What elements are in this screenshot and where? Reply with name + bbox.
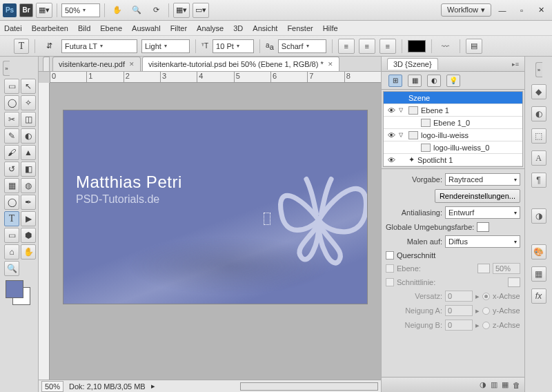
tree-row-ebene1-0[interactable]: Ebene 1_0 [384, 117, 522, 129]
font-family-select[interactable]: Futura LT [61, 39, 137, 53]
foreground-color-swatch[interactable] [6, 280, 23, 298]
magic-wand-tool-icon[interactable]: ✧ [21, 95, 36, 110]
layers-panel-icon[interactable]: ◆ [531, 84, 546, 99]
slice-tool-icon[interactable]: ◫ [21, 112, 36, 127]
eyedropper-tool-icon[interactable]: ✎ [4, 128, 19, 144]
menu-hilfe[interactable]: Hilfe [323, 24, 338, 32]
delete-icon[interactable]: 🗑 [513, 381, 520, 389]
menu-bild[interactable]: Bild [78, 24, 90, 32]
menu-datei[interactable]: Datei [4, 24, 22, 32]
workspace-switcher[interactable]: Workflow▾ [441, 3, 491, 17]
scene-filter-material-icon[interactable]: ◐ [427, 75, 441, 87]
dodge-tool-icon[interactable]: ◯ [4, 195, 19, 210]
adjustments-panel-icon[interactable]: ◑ [531, 208, 546, 224]
move-tool-icon[interactable]: ↖ [21, 79, 36, 94]
align-left-icon[interactable]: ≡ [338, 39, 355, 54]
minibridge-button[interactable]: ▦▾ [36, 3, 52, 18]
menu-filter[interactable]: Filter [170, 24, 187, 32]
window-minimize-icon[interactable]: — [494, 3, 511, 18]
tab-close-icon[interactable]: ✕ [129, 61, 135, 68]
scene-filter-light-icon[interactable]: 💡 [446, 75, 460, 87]
pen-tool-icon[interactable]: ✒ [21, 195, 36, 210]
scene-filter-scene-icon[interactable]: ⊞ [388, 75, 402, 87]
color-panel-icon[interactable]: 🎨 [531, 244, 546, 259]
menu-ansicht[interactable]: Ansicht [253, 24, 277, 32]
window-close-icon[interactable]: ✕ [533, 3, 549, 18]
arrange-docs-button[interactable]: ▦▾ [173, 3, 190, 18]
blur-tool-icon[interactable]: ◍ [21, 178, 36, 193]
visibility-icon[interactable]: 👁 [386, 156, 396, 164]
menu-analyse[interactable]: Analyse [197, 24, 224, 32]
channels-panel-icon[interactable]: ◐ [531, 106, 546, 121]
crop-tool-icon[interactable]: ✂ [4, 112, 19, 127]
swatches-panel-icon[interactable]: ▦ [531, 266, 546, 282]
visibility-icon[interactable]: 👁 [386, 131, 396, 139]
tree-row-szene[interactable]: Szene [384, 92, 522, 104]
zoom-select[interactable]: 50% [61, 3, 100, 17]
character-panel2-icon[interactable]: A [531, 150, 546, 166]
warp-text-icon[interactable]: 〰 [437, 39, 454, 54]
stamp-tool-icon[interactable]: ▲ [21, 145, 36, 160]
cross-section-checkbox[interactable] [386, 251, 394, 259]
ambient-color-swatch[interactable] [477, 222, 489, 232]
tree-row-logo[interactable]: 👁▽logo-illu-weiss [384, 129, 522, 141]
text-color-swatch[interactable] [408, 40, 426, 52]
type-tool-icon[interactable]: T [4, 211, 19, 226]
paths-panel-icon[interactable]: ⬚ [531, 128, 546, 144]
window-maximize-icon[interactable]: ▫ [513, 3, 530, 18]
styles-panel-icon[interactable]: fx [531, 288, 546, 304]
menu-auswahl[interactable]: Auswahl [132, 24, 161, 32]
paint-on-select[interactable]: Diffus [445, 235, 520, 248]
tab-close-icon[interactable]: ✕ [328, 61, 333, 68]
preset-select[interactable]: Raytraced [445, 173, 520, 186]
font-style-select[interactable]: Light [141, 39, 190, 53]
3d-tool-icon[interactable]: ⬢ [21, 228, 36, 243]
expand-panels-icon[interactable]: » [535, 62, 542, 77]
font-size-select[interactable]: 10 Pt [213, 39, 254, 53]
hand-tool-icon[interactable]: ✋ [109, 3, 126, 18]
eraser-tool-icon[interactable]: ◧ [21, 161, 36, 177]
text-tool-preset-icon[interactable]: T [14, 39, 29, 54]
3d-camera-tool-icon[interactable]: ⌂ [4, 244, 19, 259]
visibility-icon[interactable]: 👁 [386, 106, 396, 115]
align-right-icon[interactable]: ≡ [379, 39, 396, 54]
menu-fenster[interactable]: Fenster [287, 24, 313, 32]
zoom-tool-icon[interactable]: 🔍 [128, 3, 145, 18]
shape-tool-icon[interactable]: ▭ [4, 228, 19, 243]
path-select-tool-icon[interactable]: ▶ [21, 211, 36, 226]
paragraph-panel-icon[interactable]: ¶ [531, 173, 546, 188]
menu-bearbeiten[interactable]: Bearbeiten [32, 24, 68, 32]
panel-3d-tab[interactable]: 3D {Szene} ▸≡ [382, 57, 524, 72]
new-light-icon[interactable]: ▦ [502, 380, 509, 389]
gradient-tool-icon[interactable]: ▦ [4, 178, 19, 193]
bridge-logo-icon[interactable]: Br [19, 3, 33, 17]
history-brush-tool-icon[interactable]: ↺ [4, 161, 19, 177]
expand-icon[interactable]: ▽ [399, 132, 406, 138]
document-tab[interactable]: visitenkarte-neu.pdf✕ [52, 57, 141, 71]
tab-strip-collapse-icon[interactable] [43, 57, 50, 71]
hand-tool2-icon[interactable]: ✋ [21, 244, 36, 259]
menu-ebene[interactable]: Ebene [100, 24, 122, 32]
toolbox-collapse-icon[interactable]: » [3, 61, 10, 76]
scene-filter-mesh-icon[interactable]: ▦ [408, 75, 422, 87]
lasso-tool-icon[interactable]: ◯ [4, 95, 19, 110]
antialiasing-select[interactable]: Entwurf [445, 206, 520, 219]
tree-row-logo-0[interactable]: logo-illu-weiss_0 [384, 141, 522, 154]
antialias-select[interactable]: Scharf [278, 39, 326, 53]
zoom-tool2-icon[interactable]: 🔍 [4, 261, 19, 276]
horizontal-scrollbar[interactable] [240, 382, 378, 391]
canvas-area[interactable]: Matthias Petri PSD-Tutorials.de [50, 83, 381, 380]
tree-row-ebene1[interactable]: 👁▽Ebene 1 [384, 104, 522, 117]
healing-tool-icon[interactable]: ◐ [21, 128, 36, 144]
tree-row-spotlicht[interactable]: 👁✦Spotlicht 1 [384, 154, 522, 166]
align-center-icon[interactable]: ≡ [359, 39, 375, 54]
toggle-ground-icon[interactable]: ▥ [491, 380, 497, 389]
expand-icon[interactable]: ▽ [399, 107, 406, 113]
rotate-view-icon[interactable]: ⟳ [148, 3, 164, 18]
marquee-tool-icon[interactable]: ▭ [4, 79, 19, 94]
document-tab[interactable]: visitenkarte-tutorial.psd bei 50% (Ebene… [142, 57, 339, 71]
screen-mode-button[interactable]: ▭▾ [193, 3, 209, 18]
menu-3d[interactable]: 3D [233, 24, 243, 32]
status-zoom[interactable]: 50% [41, 381, 63, 392]
character-panel-icon[interactable]: ▤ [466, 39, 482, 54]
